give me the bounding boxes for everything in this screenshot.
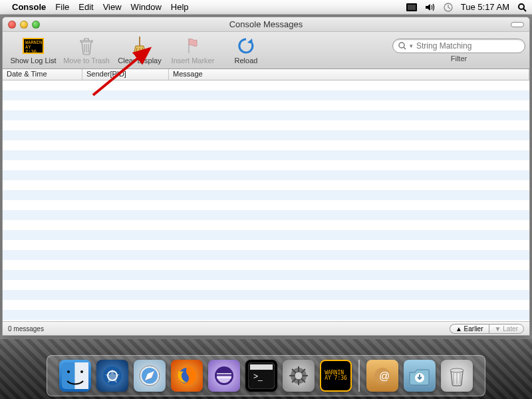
col-message[interactable]: Message <box>169 69 529 80</box>
dock-console[interactable]: WARNINAY 7:36 <box>320 360 352 392</box>
svg-point-40 <box>450 368 464 372</box>
menu-window[interactable]: Window <box>131 2 162 12</box>
svg-rect-29 <box>250 364 273 370</box>
earlier-button[interactable]: ▲ Earlier <box>450 324 489 334</box>
search-input[interactable] <box>416 41 519 51</box>
dock-safari[interactable] <box>134 360 166 392</box>
reload-button[interactable]: Reload <box>219 37 273 65</box>
display-icon[interactable] <box>406 3 417 11</box>
dock-finder[interactable] <box>59 360 91 392</box>
dock: >_ WARNINAY 7:36 @ <box>47 355 485 396</box>
toolbar-toggle-button[interactable] <box>511 22 524 27</box>
svg-line-4 <box>523 9 526 11</box>
dock-downloads[interactable] <box>404 360 436 392</box>
reload-icon <box>235 37 257 55</box>
later-button[interactable]: ▼ Later <box>489 324 524 334</box>
insert-marker-button[interactable]: Insert Marker <box>166 37 219 65</box>
menu-help[interactable]: Help <box>171 2 189 12</box>
dock-terminal[interactable]: >_ <box>245 360 277 392</box>
console-window: Console Messages WARNINAY 7:36 Show Log … <box>2 17 530 336</box>
svg-point-36 <box>295 372 303 380</box>
svg-point-18 <box>67 370 70 373</box>
broom-icon <box>129 37 150 55</box>
column-headers: Date & Time Sender[PID] Message <box>3 69 529 80</box>
dock-separator <box>358 360 360 392</box>
col-date-time[interactable]: Date & Time <box>3 69 82 80</box>
trash-icon <box>76 37 97 55</box>
warning-log-icon: WARNINAY 7:36 <box>23 38 44 54</box>
dock-mail-stack[interactable]: @ <box>366 360 398 392</box>
clear-display-button[interactable]: Clear Display <box>113 37 166 65</box>
dock-firefox[interactable] <box>171 360 203 392</box>
desktop-background: >_ WARNINAY 7:36 @ <box>0 339 532 399</box>
timemachine-icon[interactable] <box>444 3 453 12</box>
svg-point-3 <box>519 4 524 9</box>
app-name[interactable]: Console <box>12 2 46 12</box>
svg-point-13 <box>399 43 404 48</box>
window-title: Console Messages <box>3 19 529 29</box>
volume-icon[interactable] <box>425 3 436 11</box>
show-log-list-button[interactable]: WARNINAY 7:36 Show Log List <box>7 37 60 65</box>
svg-rect-1 <box>408 5 416 10</box>
col-sender-pid[interactable]: Sender[PID] <box>82 69 169 80</box>
search-icon <box>398 42 406 50</box>
menu-file[interactable]: File <box>55 2 69 12</box>
menu-edit[interactable]: Edit <box>78 2 93 12</box>
dock-system-preferences[interactable] <box>283 360 315 392</box>
svg-point-19 <box>80 370 83 373</box>
message-count: 0 messages <box>8 325 44 332</box>
svg-text:@: @ <box>379 370 390 382</box>
dock-eclipse[interactable] <box>208 360 240 392</box>
spotlight-icon[interactable] <box>517 3 527 12</box>
status-bar: 0 messages ▲ Earlier ▼ Later <box>3 321 529 336</box>
move-to-trash-button[interactable]: Move to Trash <box>60 37 113 65</box>
menu-view[interactable]: View <box>103 2 122 12</box>
menubar: Console File Edit View Window Help Tue 5… <box>0 0 532 15</box>
titlebar[interactable]: Console Messages <box>3 17 529 32</box>
menubar-clock[interactable]: Tue 5:17 AM <box>461 2 509 12</box>
message-list[interactable] <box>3 80 529 321</box>
svg-line-14 <box>404 47 406 49</box>
dock-trash[interactable] <box>441 360 473 392</box>
svg-text:>_: >_ <box>253 372 263 381</box>
dropdown-icon: ▾ <box>410 43 413 49</box>
dock-app-store[interactable] <box>96 360 128 392</box>
toolbar: WARNINAY 7:36 Show Log List Move to Tras… <box>3 32 529 69</box>
flag-icon <box>182 37 203 55</box>
filter-search-field[interactable]: ▾ <box>392 39 525 53</box>
filter-label: Filter <box>451 55 467 63</box>
svg-rect-17 <box>75 362 88 389</box>
